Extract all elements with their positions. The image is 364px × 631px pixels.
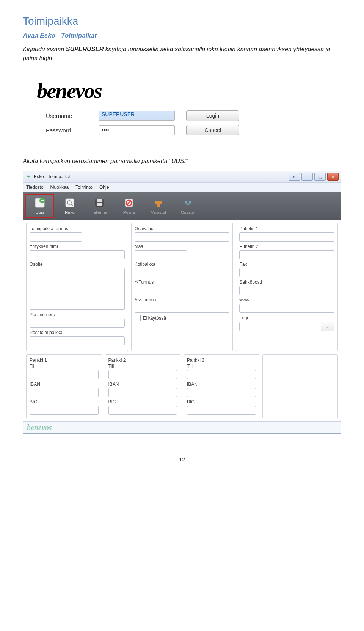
bank1-title: Pankki 1 (30, 358, 99, 363)
svg-rect-6 (97, 199, 102, 202)
username-label: Username (46, 113, 88, 119)
restore-icon[interactable]: ⇔ (289, 173, 300, 181)
app-icon: ✦ (25, 174, 31, 180)
bank1-tili-input[interactable] (30, 370, 99, 379)
save-icon (94, 197, 105, 209)
instruction-2: Aloita toimipaikan perustaminen painamal… (23, 158, 341, 165)
cancel-button[interactable]: Cancel (186, 125, 239, 135)
password-input[interactable]: •••• (99, 125, 175, 135)
input-osavaltio[interactable] (135, 232, 230, 242)
input-logo[interactable] (239, 322, 318, 331)
toolbar-uusi-label: Uusi (36, 210, 44, 215)
fieldset-col2: Osavaltio Maa Kotipaikka Y-Tunnus (131, 223, 233, 351)
bank2-tili-label: Tili (108, 364, 177, 369)
svg-rect-15 (189, 201, 191, 203)
input-toimipaikka-tunnus[interactable] (30, 232, 82, 242)
label-osoite: Osoite (30, 262, 125, 267)
input-postitoimipaikka[interactable] (30, 336, 125, 345)
menu-toiminto[interactable]: Toiminto (75, 185, 93, 190)
input-ytunnus[interactable] (135, 286, 230, 295)
svg-rect-16 (187, 204, 189, 205)
bank2-iban-label: IBAN (108, 381, 177, 387)
input-www[interactable] (239, 304, 334, 313)
label-postitoimipaikka: Postitoimipaikka (30, 330, 125, 335)
label-ytunnus: Y-Tunnus (135, 279, 230, 285)
toolbar-poista[interactable]: Poista (115, 194, 143, 218)
departments-icon (182, 197, 194, 209)
toolbar-haku[interactable]: Haku (56, 194, 84, 218)
password-label: Password (46, 127, 88, 133)
delete-icon (123, 197, 135, 209)
label-fax: Fax (239, 262, 334, 267)
label-toimipaikka-tunnus: Toimipaikka tunnus (30, 226, 125, 231)
page-number: 12 (23, 457, 341, 463)
app-footer: benevos (23, 421, 341, 433)
input-yrityksen-nimi[interactable] (30, 250, 125, 259)
label-www: www (239, 297, 334, 303)
label-puhelin2: Puhelin 2 (239, 244, 334, 249)
svg-rect-12 (158, 201, 162, 204)
checkbox-ei-kaytossa[interactable] (135, 315, 141, 321)
bank2-tili-input[interactable] (108, 370, 177, 379)
bank3-iban-input[interactable] (187, 388, 256, 397)
fieldset-bank-3: Pankki 3 Tili IBAN BIC (184, 354, 259, 418)
form-area: Toimipaikka tunnus Yrityksen nimi Osoite… (23, 220, 341, 421)
bank1-bic-label: BIC (30, 399, 99, 405)
toolbar-osastot[interactable]: Osastot (174, 194, 202, 218)
login-panel: benevos Username SUPERUSER Login Passwor… (23, 72, 281, 147)
section-title: Toimipaikka (23, 15, 341, 27)
svg-rect-14 (185, 201, 187, 203)
bank1-iban-input[interactable] (30, 388, 99, 397)
menu-muokkaa[interactable]: Muokkaa (50, 185, 69, 190)
bank2-bic-input[interactable] (108, 406, 177, 415)
instruction-1: Kirjaudu sisään SUPERUSER käyttäjä tunnu… (23, 45, 341, 63)
bank2-iban-input[interactable] (108, 388, 177, 397)
input-osoite[interactable] (30, 268, 125, 310)
input-puhelin1[interactable] (239, 232, 334, 242)
label-alvtunnus: Alv-tunnus (135, 297, 230, 303)
username-input[interactable]: SUPERUSER (99, 111, 175, 121)
browse-button[interactable]: ... (321, 322, 334, 331)
title-bar: ✦ Esko - Toimipaikat ⇔ — ▢ ✕ (23, 171, 341, 183)
login-logo: benevos (23, 72, 281, 104)
toolbar-tallenna-label: Tallenna (92, 210, 107, 215)
toolbar-varastot[interactable]: Varastot (144, 194, 173, 218)
bank3-bic-input[interactable] (187, 406, 256, 415)
bank3-bic-label: BIC (187, 399, 256, 405)
label-yrityksen-nimi: Yrityksen nimi (30, 244, 125, 249)
input-puhelin2[interactable] (239, 250, 334, 259)
label-kotipaikka: Kotipaikka (135, 262, 230, 267)
toolbar-tallenna[interactable]: Tallenna (85, 194, 113, 218)
close-icon[interactable]: ✕ (327, 173, 339, 181)
toolbar-haku-label: Haku (65, 210, 75, 215)
logo-text: benevos (37, 79, 102, 103)
input-maa[interactable] (135, 250, 187, 259)
bank1-bic-input[interactable] (30, 406, 99, 415)
input-kotipaikka[interactable] (135, 268, 230, 277)
maximize-icon[interactable]: ▢ (314, 173, 326, 181)
input-fax[interactable] (239, 268, 334, 277)
bank3-tili-input[interactable] (187, 370, 256, 379)
menu-tiedosto[interactable]: Tiedosto (26, 185, 44, 190)
toolbar-uusi[interactable]: Uusi (25, 194, 54, 218)
label-osavaltio: Osavaltio (135, 226, 230, 231)
input-postinumero[interactable] (30, 319, 125, 328)
fieldset-bank-1: Pankki 1 Tili IBAN BIC (26, 354, 102, 418)
fieldset-col3: Puhelin 1 Puhelin 2 Fax Sähköposti (236, 223, 338, 351)
login-button[interactable]: Login (186, 110, 239, 121)
window-controls: ⇔ — ▢ ✕ (289, 173, 339, 181)
warehouse-icon (153, 197, 164, 209)
menu-ohje[interactable]: Ohje (99, 185, 109, 190)
search-icon (64, 197, 75, 209)
toolbar-osastot-label: Osastot (181, 210, 195, 215)
input-alvtunnus[interactable] (135, 304, 230, 313)
minimize-icon[interactable]: — (301, 173, 313, 181)
bank2-title: Pankki 2 (108, 358, 177, 363)
toolbar-varastot-label: Varastot (151, 210, 166, 215)
bank1-iban-label: IBAN (30, 381, 99, 387)
bank3-title: Pankki 3 (187, 358, 256, 363)
bank3-tili-label: Tili (187, 364, 256, 369)
section-subtitle: Avaa Esko - Toimipaikat (23, 32, 341, 39)
fieldset-empty (262, 354, 338, 418)
input-sahkoposti[interactable] (239, 286, 334, 295)
